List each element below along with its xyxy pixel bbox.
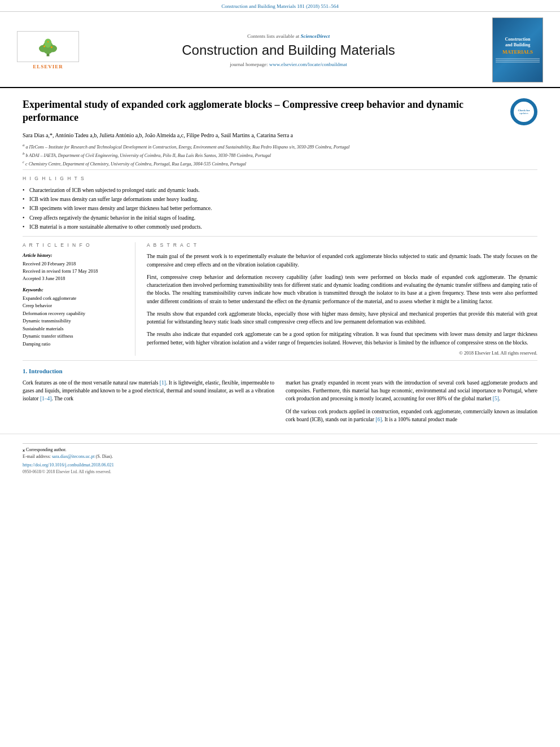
abstract-para-3: The results show that expanded cork aggl… xyxy=(147,310,537,326)
abstract-para-1: The main goal of the present work is to … xyxy=(147,252,537,269)
highlight-item-1: Characterization of ICB when subjected t… xyxy=(23,186,537,195)
introduction-text-columns: Cork features as one of the most versati… xyxy=(23,379,537,428)
highlight-item-2: ICB with low mass density can suffer lar… xyxy=(23,195,537,204)
received-date: Received 20 February 2018 xyxy=(23,260,126,268)
corresponding-author-note: ⁎ Corresponding author. E-mail address: … xyxy=(23,443,537,459)
accepted-date: Accepted 3 June 2018 xyxy=(23,275,126,282)
journal-cover-image: Construction and Building MATERIALS xyxy=(492,18,543,82)
highlight-item-4: Creep affects negatively the dynamic beh… xyxy=(23,213,537,222)
article-info-heading: A R T I C L E I N F O xyxy=(23,242,126,248)
authors-text: Sara Dias a,*, António Tadeu a,b, Juliet… xyxy=(23,132,293,138)
keyword-7: Damping ratio xyxy=(23,340,126,348)
affiliation-a: a a ITeCons – Institute for Research and… xyxy=(23,143,537,150)
doi-section: https://doi.org/10.1016/j.conbuildmat.20… xyxy=(23,462,537,468)
ref-6-link[interactable]: [6] xyxy=(375,417,382,422)
journal-header: ELSEVIER Contents lists available at Sci… xyxy=(0,12,560,88)
keyword-3: Deformation recovery capability xyxy=(23,310,126,318)
journal-homepage: journal homepage: www.elsevier.com/locat… xyxy=(85,62,492,67)
affiliation-c: c c Chemistry Centre, Department of Chem… xyxy=(23,160,537,167)
introduction-left-col: Cork features as one of the most versati… xyxy=(23,379,274,428)
cover-title-line2: and Building xyxy=(505,42,530,48)
page-wrapper: Construction and Building Materials 181 … xyxy=(0,0,560,479)
keyword-6: Dynamic transfer stiffness xyxy=(23,333,126,340)
header-center: Contents lists available at ScienceDirec… xyxy=(85,33,492,67)
keyword-5: Sustainable materials xyxy=(23,325,126,333)
journal-title: Construction and Building Materials xyxy=(85,42,492,58)
email-note: E-mail address: sara.dias@itecons.uc.pt … xyxy=(23,454,537,459)
abstract-col: A B S T R A C T The main goal of the pre… xyxy=(147,242,537,356)
ref-1-link[interactable]: [1] xyxy=(160,380,166,386)
check-updates-inner: Check for updates xyxy=(513,101,535,123)
corresponding-star-note: ⁎ Corresponding author. xyxy=(23,447,537,452)
highlights-list: Characterization of ICB when subjected t… xyxy=(23,186,537,232)
doi-link[interactable]: https://doi.org/10.1016/j.conbuildmat.20… xyxy=(23,462,114,468)
contents-available-text: Contents lists available at ScienceDirec… xyxy=(85,33,492,39)
elsevier-logo: ELSEVIER xyxy=(11,31,85,69)
journal-reference-text: Construction and Building Materials 181 … xyxy=(221,3,338,9)
intro-right-para-2: Of the various cork products applied in … xyxy=(286,408,537,424)
main-content: Experimental study of expanded cork aggl… xyxy=(0,88,560,428)
article-dates: Received 20 February 2018 Received in re… xyxy=(23,260,126,282)
ref-1-4-link[interactable]: [1–4] xyxy=(40,396,52,401)
revised-date: Received in revised form 17 May 2018 xyxy=(23,268,126,275)
cover-title-accent: MATERIALS xyxy=(502,49,533,55)
issn-line: 0950-0618/© 2018 Elsevier Ltd. All right… xyxy=(23,469,537,474)
check-updates-badge: Check for updates xyxy=(510,98,537,125)
introduction-section: 1. Introduction Cork features as one of … xyxy=(23,361,537,428)
sciencedirect-link[interactable]: ScienceDirect xyxy=(301,33,330,39)
abstract-text: The main goal of the present work is to … xyxy=(147,252,537,347)
svg-point-6 xyxy=(51,46,53,48)
intro-left-para-1: Cork features as one of the most versati… xyxy=(23,379,274,403)
check-updates-line2: updates xyxy=(519,112,528,115)
article-title-section: Experimental study of expanded cork aggl… xyxy=(23,88,537,130)
authors-line: Sara Dias a,*, António Tadeu a,b, Juliet… xyxy=(23,130,537,139)
header-left: ELSEVIER xyxy=(11,31,85,69)
introduction-right-col: market has greatly expanded in recent ye… xyxy=(286,379,537,428)
copyright-line: © 2018 Elsevier Ltd. All rights reserved… xyxy=(147,350,537,356)
svg-point-4 xyxy=(45,38,52,47)
article-info-col: A R T I C L E I N F O Article history: R… xyxy=(23,242,135,356)
abstract-para-4: The results also indicate that expanded … xyxy=(147,330,537,347)
svg-point-7 xyxy=(47,41,49,42)
keywords-list: Expanded cork agglomerate Creep behavior… xyxy=(23,295,126,348)
abstract-para-2: First, compressive creep behavior and de… xyxy=(147,273,537,305)
keyword-1: Expanded cork agglomerate xyxy=(23,295,126,303)
affiliations: a a ITeCons – Institute for Research and… xyxy=(23,139,537,170)
article-info-abstract-section: A R T I C L E I N F O Article history: R… xyxy=(23,237,537,361)
highlight-item-3: ICB specimens with lower mass density an… xyxy=(23,204,537,213)
elsevier-wordmark: ELSEVIER xyxy=(33,64,63,69)
keywords-label: Keywords: xyxy=(23,287,126,292)
highlight-item-5: ICB material is a more sustainable alter… xyxy=(23,222,537,231)
article-title: Experimental study of expanded cork aggl… xyxy=(23,98,510,125)
highlights-heading: H I G H L I G H T S xyxy=(23,176,537,181)
header-right: Construction and Building MATERIALS xyxy=(492,18,549,82)
article-history-label: Article history: xyxy=(23,252,126,258)
elsevier-tree-icon xyxy=(34,35,62,58)
ref-5-link[interactable]: [5] xyxy=(493,396,499,401)
introduction-heading: 1. Introduction xyxy=(23,368,537,374)
keyword-4: Dynamic transmissibility xyxy=(23,317,126,325)
cover-decorative-lines xyxy=(496,58,540,63)
abstract-heading: A B S T R A C T xyxy=(147,242,537,248)
affiliation-b: b b ADAI – IAETA, Department of Civil En… xyxy=(23,151,537,159)
page-footer: ⁎ Corresponding author. E-mail address: … xyxy=(0,434,560,479)
highlights-section: H I G H L I G H T S Characterization of … xyxy=(23,170,537,237)
homepage-link[interactable]: www.elsevier.com/locate/conbuildmat xyxy=(269,62,347,67)
svg-point-5 xyxy=(43,45,45,47)
author-email[interactable]: sara.dias@itecons.uc.pt xyxy=(52,454,95,459)
elsevier-box xyxy=(17,31,79,62)
keyword-2: Creep behavior xyxy=(23,302,126,310)
intro-right-para-1: market has greatly expanded in recent ye… xyxy=(286,379,537,403)
journal-reference-bar: Construction and Building Materials 181 … xyxy=(0,0,560,12)
cover-title-line1: Construction xyxy=(505,37,531,42)
